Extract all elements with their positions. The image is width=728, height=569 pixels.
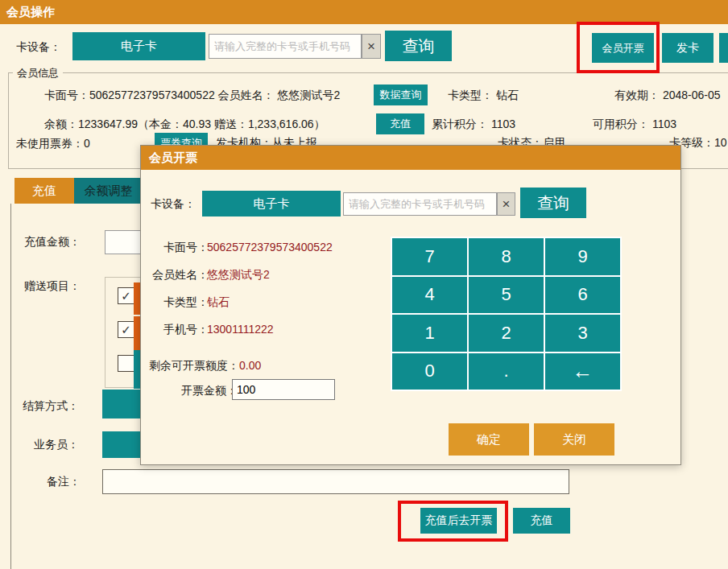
dialog-confirm-button[interactable]: 确定 (449, 423, 529, 456)
dialog-card-device-label: 卡设备： (151, 197, 196, 212)
panel-left-border (10, 204, 11, 569)
dialog-close-button[interactable]: 关闭 (534, 423, 614, 456)
numeric-keypad: 7 8 9 4 5 6 1 2 3 0 . ← (391, 237, 622, 391)
remark-label: 备注： (47, 475, 81, 489)
keypad-key-1[interactable]: 1 (392, 315, 467, 352)
dialog-card-number-value: 50625772379573400522 (207, 241, 333, 254)
close-icon: × (367, 39, 375, 55)
keypad-key-6[interactable]: 6 (545, 277, 620, 314)
dialog-header: 会员开票 (141, 146, 680, 170)
recharge-then-invoice-button[interactable]: 充值后去开票 (420, 508, 497, 534)
dialog-clear-input-button[interactable]: × (497, 192, 515, 216)
dialog-member-name-value: 悠悠测试号2 (207, 268, 270, 282)
keypad-key-9[interactable]: 9 (545, 238, 620, 275)
keypad-key-5[interactable]: 5 (469, 277, 544, 314)
recharge-amount-label: 充值金额： (24, 235, 81, 249)
gift-checkbox-3[interactable] (118, 355, 134, 372)
clear-input-button[interactable]: × (362, 34, 381, 59)
dialog-quota-value: 0.00 (239, 359, 261, 372)
settlement-label: 结算方式： (23, 399, 79, 414)
gift-checkbox-1[interactable]: ✓ (118, 287, 134, 304)
dialog-card-number-input[interactable] (343, 192, 497, 216)
clipped-right-button[interactable] (719, 33, 728, 63)
recharge-submit-button[interactable]: 充值 (513, 508, 570, 534)
dialog-invoice-amount-label: 开票金额： (181, 384, 238, 398)
valid-until-text: 有效期： 2048-06-05 (614, 89, 721, 103)
dialog-member-name-label: 会员姓名： (152, 268, 209, 282)
dialog-quota-label: 剩余可开票额度： (149, 359, 239, 372)
gift-items-label: 赠送项目： (24, 279, 81, 294)
gift-checkbox-2[interactable]: ✓ (118, 321, 134, 338)
recharge-small-button[interactable]: 充值 (376, 113, 424, 134)
title-bar: 会员操作 (0, 0, 728, 24)
dialog-query-button[interactable]: 查询 (520, 188, 586, 218)
dialog-card-number-label: 卡面号： (163, 241, 209, 255)
card-device-label: 卡设备： (16, 40, 61, 55)
balance-text: 余额：1233647.99（本金：40.93 赠送：1,233,616.06） (44, 118, 325, 132)
card-device-button[interactable]: 电子卡 (72, 32, 205, 60)
remark-input[interactable] (102, 469, 569, 494)
dialog-quota-row: 剩余可开票额度：0.00 (149, 359, 261, 373)
dialog-phone-value: 13001111222 (207, 323, 274, 336)
dialog-card-device-button[interactable]: 电子卡 (202, 191, 341, 216)
dialog-card-type-label: 卡类型： (163, 295, 209, 310)
total-points-text: 累计积分： 1103 (432, 118, 515, 132)
close-icon: × (503, 196, 511, 212)
page-title: 会员操作 (0, 0, 728, 24)
tab-recharge[interactable]: 充值 (14, 178, 74, 204)
unused-tickets-text: 未使用票券：0 (16, 137, 90, 151)
member-invoice-button[interactable]: 会员开票 (592, 33, 654, 63)
keypad-key-7[interactable]: 7 (392, 238, 467, 275)
issue-card-button[interactable]: 发卡 (662, 33, 714, 63)
dialog-title: 会员开票 (141, 146, 680, 170)
query-button[interactable]: 查询 (385, 31, 452, 61)
member-invoice-dialog: 会员开票 卡设备： 电子卡 × 查询 卡面号： 5062577237957340… (140, 145, 681, 465)
keypad-key-0[interactable]: 0 (392, 353, 467, 390)
salesman-label: 业务员： (34, 438, 79, 452)
keypad-key-8[interactable]: 8 (469, 238, 544, 275)
keypad-key-2[interactable]: 2 (469, 315, 544, 352)
data-query-button[interactable]: 数据查询 (374, 85, 428, 105)
keypad-key-3[interactable]: 3 (545, 315, 620, 352)
member-info-legend: 会员信息 (13, 66, 63, 80)
dialog-invoice-amount-input[interactable] (232, 379, 335, 400)
dialog-phone-label: 手机号： (163, 323, 209, 337)
available-points-text: 可用积分： 1103 (593, 118, 676, 132)
keypad-backspace-icon[interactable]: ← (545, 353, 620, 390)
dialog-card-type-value: 钻石 (207, 295, 230, 310)
card-number-and-name: 卡面号：50625772379573400522 会员姓名： 悠悠测试号2 (44, 89, 340, 103)
keypad-key-dot[interactable]: . (469, 353, 544, 390)
tab-balance-adjust[interactable]: 余额调整 (74, 178, 143, 204)
card-number-input[interactable] (209, 34, 362, 59)
card-type-text: 卡类型： 钻石 (448, 89, 519, 103)
keypad-key-4[interactable]: 4 (392, 277, 467, 314)
